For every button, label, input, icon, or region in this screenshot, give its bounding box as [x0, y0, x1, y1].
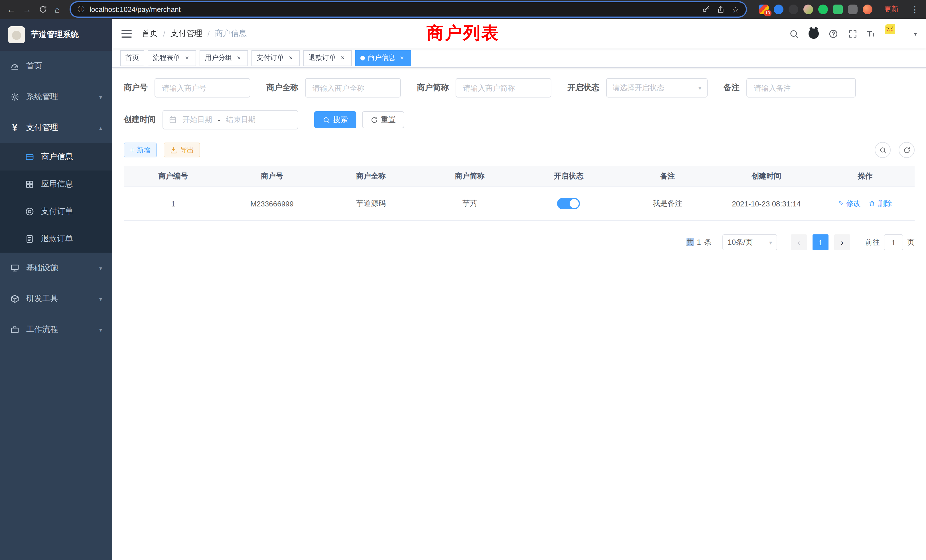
- home-icon[interactable]: ⌂: [55, 5, 60, 14]
- cell-remark: 我是备注: [618, 198, 717, 209]
- breadcrumb: 首页 / 支付管理 / 商户信息: [142, 29, 247, 39]
- delete-link[interactable]: 删除: [869, 199, 892, 209]
- extension-colorful-icon[interactable]: 10: [759, 5, 769, 14]
- reset-button[interactable]: 重置: [362, 111, 404, 128]
- grid-icon: [25, 180, 34, 189]
- add-button[interactable]: + 新增: [124, 142, 157, 157]
- filter-remark: 备注: [723, 78, 856, 97]
- reload-icon[interactable]: [39, 5, 47, 14]
- tab-label: 商户信息: [368, 53, 395, 63]
- export-button[interactable]: 导出: [163, 142, 200, 157]
- status-select[interactable]: 请选择开启状态 ▾: [606, 78, 708, 97]
- user-avatar[interactable]: [885, 24, 904, 43]
- fullscreen-icon[interactable]: [848, 29, 858, 38]
- page-size-select[interactable]: 10条/页 ▾: [722, 235, 777, 250]
- address-bar[interactable]: ⓘ localhost:1024/pay/merchant ☆: [71, 2, 746, 17]
- logo-avatar: [8, 26, 25, 43]
- filter-full-name: 商户全称: [266, 78, 401, 97]
- sidebar-item-label: 退款订单: [41, 234, 73, 244]
- tab-refund-order[interactable]: 退款订单 ×: [303, 50, 352, 66]
- sidebar-item-label: 首页: [26, 61, 42, 71]
- sidebar-item-refund-order[interactable]: 退款订单: [0, 225, 112, 253]
- sidebar-item-payment[interactable]: ¥ 支付管理 ▴: [0, 112, 112, 143]
- cell-status: [519, 198, 618, 209]
- sidebar-logo[interactable]: 芋道管理系统: [0, 19, 112, 51]
- total-suffix: 条: [704, 238, 712, 246]
- tab-merchant-info[interactable]: 商户信息 ×: [355, 50, 411, 66]
- tab-user-group[interactable]: 用户分组 ×: [200, 50, 248, 66]
- prev-page-button[interactable]: ‹: [791, 235, 807, 250]
- search-button-label: 搜索: [333, 115, 348, 125]
- tab-process-form[interactable]: 流程表单 ×: [148, 50, 196, 66]
- close-icon[interactable]: ×: [183, 54, 191, 62]
- next-page-button[interactable]: ›: [834, 235, 850, 250]
- tab-home[interactable]: 首页: [120, 50, 144, 66]
- sidebar-item-merchant-info[interactable]: 商户信息: [0, 143, 112, 171]
- short-name-input[interactable]: [455, 78, 551, 97]
- back-icon[interactable]: ←: [7, 5, 15, 14]
- pagination-total: 共 1 条: [685, 237, 712, 248]
- close-icon[interactable]: ×: [235, 54, 243, 62]
- extensions-puzzle-icon[interactable]: [848, 5, 858, 14]
- font-size-icon[interactable]: TT: [867, 29, 875, 38]
- profile-avatar-icon[interactable]: [863, 5, 872, 14]
- extension-green-circle-icon[interactable]: [818, 5, 828, 14]
- calendar-icon: [169, 116, 177, 124]
- caret-down-icon[interactable]: ▾: [914, 30, 917, 37]
- update-button[interactable]: 更新: [884, 5, 899, 14]
- column-header: 开启状态: [519, 171, 618, 182]
- help-icon[interactable]: [829, 29, 838, 38]
- github-icon[interactable]: [808, 29, 819, 39]
- column-header: 备注: [618, 171, 717, 182]
- full-name-input[interactable]: [305, 78, 401, 97]
- merchant-no-input[interactable]: [154, 78, 250, 97]
- sidebar-item-infrastructure[interactable]: 基础设施 ▾: [0, 253, 112, 283]
- remark-input[interactable]: [746, 78, 856, 97]
- search-button[interactable]: 搜索: [314, 111, 356, 128]
- site-info-icon[interactable]: ⓘ: [77, 5, 85, 14]
- plus-icon: +: [130, 146, 134, 154]
- filter-label: 商户简称: [417, 83, 449, 93]
- search-icon[interactable]: [789, 29, 799, 38]
- sidebar-item-pay-order[interactable]: 支付订单: [0, 198, 112, 225]
- refresh-table-button[interactable]: [899, 142, 915, 158]
- hamburger-icon[interactable]: [121, 30, 132, 38]
- close-icon[interactable]: ×: [339, 54, 346, 62]
- share-icon[interactable]: [717, 5, 725, 14]
- close-icon[interactable]: ×: [287, 54, 295, 62]
- sidebar-item-home[interactable]: 首页: [0, 51, 112, 82]
- breadcrumb-section[interactable]: 支付管理: [171, 29, 203, 39]
- breadcrumb-separator: /: [207, 29, 210, 38]
- close-icon[interactable]: ×: [398, 54, 406, 62]
- goto-page-input[interactable]: [884, 235, 903, 250]
- date-range-picker[interactable]: 开始日期 - 结束日期: [162, 110, 298, 129]
- extension-note-icon[interactable]: [833, 5, 843, 14]
- password-key-icon[interactable]: [702, 5, 710, 14]
- edit-link[interactable]: ✎ 修改: [838, 199, 861, 209]
- column-header: 商户简称: [420, 171, 519, 182]
- bookmark-star-icon[interactable]: ☆: [732, 5, 739, 14]
- status-toggle[interactable]: [557, 198, 580, 209]
- range-separator: -: [218, 115, 220, 124]
- sidebar-item-app-info[interactable]: 应用信息: [0, 171, 112, 198]
- page-number-button[interactable]: 1: [813, 235, 829, 250]
- extension-avatar-icon[interactable]: [803, 5, 813, 14]
- tab-pay-order[interactable]: 支付订单 ×: [251, 50, 300, 66]
- extension-dark-icon[interactable]: [788, 5, 798, 14]
- filter-status: 开启状态 请选择开启状态 ▾: [567, 78, 708, 97]
- forward-icon[interactable]: →: [23, 5, 31, 14]
- sidebar-item-workflow[interactable]: 工作流程 ▾: [0, 314, 112, 345]
- screen: ← → ⌂ ⓘ localhost:1024/pay/merchant ☆ 10: [0, 0, 926, 560]
- extension-drop-icon[interactable]: [774, 5, 784, 14]
- sidebar-item-dev-tools[interactable]: 研发工具 ▾: [0, 283, 112, 314]
- breadcrumb-home[interactable]: 首页: [142, 29, 158, 39]
- browser-toolbar: ← → ⌂ ⓘ localhost:1024/pay/merchant ☆ 10: [0, 0, 926, 19]
- toggle-search-button[interactable]: [875, 142, 891, 158]
- chevron-down-icon: ▾: [769, 239, 772, 245]
- monitor-icon: [10, 263, 20, 272]
- sidebar-item-system[interactable]: 系统管理 ▾: [0, 82, 112, 112]
- delete-label: 删除: [878, 199, 892, 209]
- tags-view-bar: 首页 流程表单 × 用户分组 × 支付订单 × 退款订单 ×: [112, 48, 926, 68]
- sidebar-item-label: 基础设施: [26, 263, 58, 273]
- browser-menu-icon[interactable]: ⋮: [911, 4, 919, 15]
